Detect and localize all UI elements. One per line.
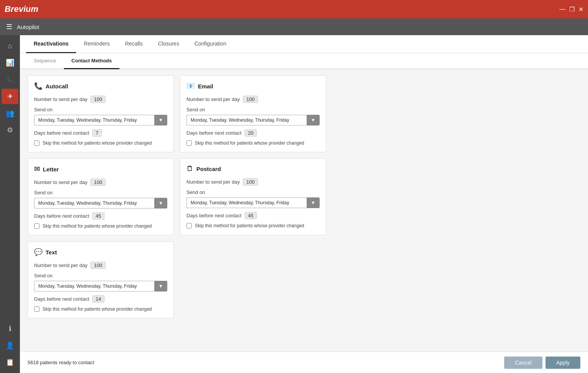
text-skip-label: Skip this method for patients whose prov…	[42, 306, 152, 312]
window-controls[interactable]: — ❐ ✕	[559, 6, 583, 13]
sidebar-item-user[interactable]: 👤	[2, 338, 18, 353]
sidebar-item-patients[interactable]: 👥	[2, 106, 18, 121]
autocall-title: 📞 Autocall	[34, 82, 167, 90]
autocall-skip-row: Skip this method for patients whose prov…	[34, 140, 167, 146]
autocall-days-row: Days before next contact 7	[34, 129, 167, 137]
autocall-send-on-label: Send on	[34, 107, 167, 112]
autocall-send-on-select[interactable]: Monday, Tuesday, Wednesday, Thursday, Fr…	[34, 115, 154, 125]
postcard-number-badge[interactable]: 100	[243, 178, 258, 186]
postcard-days-row: Days before next contact 45	[186, 212, 320, 219]
letter-send-on-select[interactable]: Monday, Tuesday, Wednesday, Thursday, Fr…	[34, 198, 154, 208]
email-icon: 📧	[186, 82, 195, 90]
cards-grid: 📞 Autocall Number to send per day 100 Se…	[28, 75, 326, 318]
sidebar-item-autopilot[interactable]: ✈	[2, 89, 18, 104]
text-card: 💬 Text Number to send per day 100 Send o…	[28, 241, 174, 318]
text-number-badge[interactable]: 100	[90, 262, 106, 269]
text-dropdown-btn[interactable]: ▼	[154, 281, 167, 292]
letter-number-badge[interactable]: 100	[90, 179, 106, 186]
bottom-bar: 5618 patients ready to contact Cancel Ap…	[20, 352, 588, 373]
email-skip-checkbox[interactable]	[186, 140, 192, 146]
text-dropdown-row: Monday, Tuesday, Wednesday, Thursday, Fr…	[34, 281, 167, 292]
email-send-on-label: Send on	[186, 107, 320, 112]
autocall-icon: 📞	[34, 82, 42, 90]
hamburger-icon[interactable]: ☰	[6, 23, 12, 31]
subtab-sequence[interactable]: Sequence	[26, 53, 64, 69]
minimize-button[interactable]: —	[559, 6, 565, 13]
letter-title: ✉ Letter	[34, 165, 167, 173]
letter-skip-row: Skip this method for patients whose prov…	[34, 223, 167, 229]
autocall-number-badge[interactable]: 100	[90, 96, 106, 103]
title-bar: Brevium — ❐ ✕	[0, 0, 588, 18]
letter-send-on-label: Send on	[34, 190, 167, 195]
postcard-send-on-label: Send on	[186, 189, 320, 195]
patients-ready-text: 5618 patients ready to contact	[28, 360, 94, 365]
sidebar-item-info[interactable]: ℹ	[2, 321, 18, 336]
text-send-on-label: Send on	[34, 273, 167, 279]
letter-skip-label: Skip this method for patients whose prov…	[42, 223, 152, 229]
email-skip-label: Skip this method for patients whose prov…	[195, 140, 304, 146]
email-dropdown-btn[interactable]: ▼	[307, 115, 320, 125]
postcard-dropdown-row: Monday, Tuesday, Wednesday, Thursday, Fr…	[186, 197, 320, 208]
sidebar-item-phone[interactable]: 📞	[2, 72, 18, 87]
postcard-dropdown-btn[interactable]: ▼	[307, 197, 320, 208]
postcard-days-badge[interactable]: 45	[245, 212, 257, 219]
bottom-bar-actions: Cancel Apply	[504, 357, 580, 369]
text-title: 💬 Text	[34, 248, 167, 256]
email-send-on-select[interactable]: Monday, Tuesday, Wednesday, Thursday, Fr…	[186, 115, 307, 125]
autocall-skip-label: Skip this method for patients whose prov…	[42, 140, 152, 146]
sidebar-item-log[interactable]: 📋	[2, 355, 18, 370]
autocall-days-badge[interactable]: 7	[92, 129, 102, 137]
postcard-skip-checkbox[interactable]	[186, 223, 192, 228]
logo: Brevium	[5, 4, 38, 14]
email-days-badge[interactable]: 20	[245, 129, 257, 137]
letter-days-badge[interactable]: 45	[92, 212, 105, 220]
sidebar-item-reports[interactable]: 📊	[2, 55, 18, 70]
postcard-number-row: Number to send per day 100	[186, 178, 320, 186]
email-title: 📧 Email	[186, 82, 320, 90]
sub-tab-nav: Sequence Contact Methods	[20, 53, 588, 69]
postcard-skip-label: Skip this method for patients whose prov…	[195, 223, 304, 228]
close-button[interactable]: ✕	[578, 6, 583, 13]
email-card: 📧 Email Number to send per day 100 Send …	[180, 75, 326, 152]
text-days-badge[interactable]: 14	[92, 295, 105, 303]
maximize-button[interactable]: ❐	[569, 6, 575, 13]
autocall-dropdown-row: Monday, Tuesday, Wednesday, Thursday, Fr…	[34, 115, 167, 125]
text-skip-row: Skip this method for patients whose prov…	[34, 306, 167, 312]
email-number-badge[interactable]: 100	[243, 96, 258, 103]
text-days-row: Days before next contact 14	[34, 295, 167, 303]
letter-card: ✉ Letter Number to send per day 100 Send…	[28, 158, 174, 235]
sidebar-item-home[interactable]: ⌂	[2, 38, 18, 54]
tab-closures[interactable]: Closures	[150, 35, 187, 53]
content-area: Reactivations Reminders Recalls Closures…	[20, 35, 588, 373]
postcard-send-on-select[interactable]: Monday, Tuesday, Wednesday, Thursday, Fr…	[186, 197, 307, 208]
letter-icon: ✉	[34, 165, 40, 173]
tab-reactivations[interactable]: Reactivations	[26, 35, 76, 53]
sidebar-item-settings[interactable]: ⚙	[2, 122, 18, 138]
autocall-skip-checkbox[interactable]	[34, 140, 39, 146]
autocall-number-row: Number to send per day 100	[34, 96, 167, 103]
sidebar: ⌂ 📊 📞 ✈ 👥 ⚙ ℹ 👤 📋	[0, 35, 20, 373]
tab-configuration[interactable]: Configuration	[187, 35, 234, 53]
letter-dropdown-row: Monday, Tuesday, Wednesday, Thursday, Fr…	[34, 198, 167, 208]
letter-skip-checkbox[interactable]	[34, 223, 39, 229]
tab-reminders[interactable]: Reminders	[76, 35, 118, 53]
cancel-button[interactable]: Cancel	[504, 357, 542, 369]
postcard-skip-row: Skip this method for patients whose prov…	[186, 223, 320, 228]
text-skip-checkbox[interactable]	[34, 306, 39, 312]
postcard-title: 🗒 Postcard	[186, 165, 320, 173]
letter-dropdown-btn[interactable]: ▼	[154, 198, 167, 208]
apply-button[interactable]: Apply	[546, 357, 580, 369]
text-send-on-select[interactable]: Monday, Tuesday, Wednesday, Thursday, Fr…	[34, 281, 154, 292]
autocall-dropdown-btn[interactable]: ▼	[154, 115, 167, 125]
postcard-card: 🗒 Postcard Number to send per day 100 Se…	[180, 158, 326, 235]
text-icon: 💬	[34, 248, 42, 256]
autocall-card: 📞 Autocall Number to send per day 100 Se…	[28, 75, 174, 152]
tab-nav: Reactivations Reminders Recalls Closures…	[20, 35, 588, 53]
text-number-row: Number to send per day 100	[34, 262, 167, 269]
postcard-icon: 🗒	[186, 165, 193, 173]
letter-number-row: Number to send per day 100	[34, 179, 167, 186]
tab-recalls[interactable]: Recalls	[118, 35, 150, 53]
subtab-contact-methods[interactable]: Contact Methods	[64, 53, 119, 69]
email-days-row: Days before next contact 20	[186, 129, 320, 137]
main-content: 📞 Autocall Number to send per day 100 Se…	[20, 69, 588, 352]
